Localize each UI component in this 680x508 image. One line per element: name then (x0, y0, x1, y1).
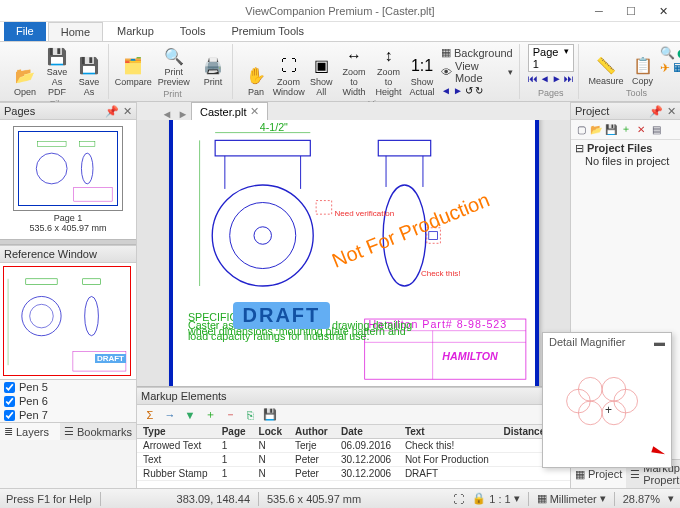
me-copy-button[interactable]: ⎘ (241, 406, 259, 424)
status-unit[interactable]: Millimeter (550, 493, 597, 505)
rotate-left-button[interactable]: ↺ (465, 85, 473, 96)
me-remove-button[interactable]: － (221, 406, 239, 424)
copy-icon: 📋 (632, 54, 654, 76)
close-icon[interactable]: ✕ (123, 105, 132, 118)
magnifier-close-icon[interactable]: ▬ (654, 336, 665, 348)
find-button[interactable]: 🔍 (660, 46, 675, 60)
status-scale[interactable]: 1 : 1 (489, 493, 510, 505)
me-sum-button[interactable]: Σ (141, 406, 159, 424)
send-button[interactable]: ✈ (660, 61, 670, 75)
print-button[interactable]: 🖨️Print (198, 44, 228, 89)
page-selector[interactable]: Page 1▾ (528, 44, 574, 72)
close-button[interactable]: ✕ (650, 2, 676, 20)
col-type[interactable]: Type (137, 425, 216, 439)
calc-button[interactable]: 🖩 (672, 61, 680, 75)
show-actual-button[interactable]: 1:1Show Actual (407, 44, 437, 99)
close-tab-icon[interactable]: ✕ (250, 105, 259, 118)
drawing-viewport[interactable]: 4-1/2" Hamilton Part# 8-9 (137, 120, 570, 386)
svg-point-3 (81, 153, 93, 184)
detail-magnifier-window[interactable]: Detail Magnifier ▬ + (542, 332, 672, 468)
pen-row[interactable]: Pen 5 (0, 380, 136, 394)
status-zoom[interactable]: 28.87% (623, 493, 660, 505)
bookmarks-tab[interactable]: ☰Bookmarks (60, 423, 136, 440)
col-page[interactable]: Page (216, 425, 253, 439)
view-mode-dropdown[interactable]: 👁View Mode ▾ (441, 60, 513, 84)
next-view-button[interactable]: ► (453, 85, 463, 96)
pin-icon[interactable]: 📌 (649, 105, 663, 118)
color-button[interactable]: ◐ (677, 46, 680, 60)
project-tree-root[interactable]: ⊟Project Files (575, 142, 676, 155)
hand-icon: ✋ (245, 65, 267, 87)
compare-button[interactable]: 🗂️Compare (117, 44, 149, 89)
col-author[interactable]: Author (289, 425, 335, 439)
prev-page-button[interactable]: ◄ (540, 73, 550, 84)
next-page-button[interactable]: ► (552, 73, 562, 84)
page-thumbnail[interactable] (13, 126, 123, 211)
pen-row[interactable]: Pen 6 (0, 394, 136, 408)
tree-expand-icon[interactable]: ⊟ (575, 142, 584, 155)
proj-open-button[interactable]: 📂 (589, 122, 603, 136)
tab-markup[interactable]: Markup (105, 22, 166, 41)
markup-elements-header: Markup Elements (137, 387, 570, 405)
proj-save-button[interactable]: 💾 (604, 122, 618, 136)
pen-7-checkbox[interactable] (4, 410, 15, 421)
me-save-button[interactable]: 💾 (261, 406, 279, 424)
measure-button[interactable]: 📏Measure (587, 44, 626, 88)
pan-button[interactable]: ✋Pan (241, 44, 271, 99)
props-icon: ☰ (630, 468, 640, 481)
status-fit-button[interactable]: ⛶ (453, 493, 464, 505)
zoom-to-width-button[interactable]: ↔Zoom to Width (338, 44, 370, 99)
save-as-pdf-button[interactable]: 💾Save As PDF (42, 44, 72, 99)
tab-premium-tools[interactable]: Premium Tools (219, 22, 316, 41)
reference-window-viewport[interactable]: DRAFT (3, 266, 131, 376)
proj-delete-button[interactable]: ✕ (634, 122, 648, 136)
pen-5-checkbox[interactable] (4, 382, 15, 393)
svg-point-9 (85, 296, 99, 335)
status-help: Press F1 for Help (6, 493, 92, 505)
table-row[interactable]: Text1NPeter30.12.2006Not For Production (137, 453, 570, 467)
proj-add-button[interactable]: ＋ (619, 122, 633, 136)
print-preview-button[interactable]: 🔍Print Preview (151, 44, 196, 89)
scroll-tabs-left[interactable]: ◄ (159, 108, 175, 120)
close-icon[interactable]: ✕ (667, 105, 676, 118)
status-lock-icon[interactable]: 🔒 (472, 492, 486, 505)
scroll-tabs-right[interactable]: ► (175, 108, 191, 120)
tab-file[interactable]: File (4, 22, 46, 41)
prev-view-button[interactable]: ◄ (441, 85, 451, 96)
maximize-button[interactable]: ☐ (618, 2, 644, 20)
minimize-button[interactable]: ─ (586, 2, 612, 20)
table-row[interactable]: Rubber Stamp1NPeter30.12.2006DRAFT (137, 467, 570, 481)
col-date[interactable]: Date (335, 425, 399, 439)
tab-tools[interactable]: Tools (168, 22, 218, 41)
svg-text:load capacity ratings for indu: load capacity ratings for industrial use… (187, 330, 369, 342)
svg-point-1 (36, 153, 67, 184)
svg-point-39 (602, 377, 626, 401)
proj-props-button[interactable]: ▤ (649, 122, 663, 136)
status-grid-icon[interactable]: ▦ (537, 492, 547, 505)
proj-new-button[interactable]: ▢ (574, 122, 588, 136)
zoom-to-height-button[interactable]: ↕Zoom to Height (372, 44, 405, 99)
pen-row[interactable]: Pen 7 (0, 408, 136, 422)
document-tab[interactable]: Caster.plt ✕ (191, 102, 268, 120)
rotate-right-button[interactable]: ↻ (475, 85, 483, 96)
me-arrow-button[interactable]: → (161, 406, 179, 424)
pen-6-checkbox[interactable] (4, 396, 15, 407)
layers-tab[interactable]: ≣Layers (0, 423, 60, 440)
col-lock[interactable]: Lock (253, 425, 289, 439)
status-dims: 535.6 x 405.97 mm (267, 493, 361, 505)
tab-home[interactable]: Home (48, 22, 103, 41)
save-as-button[interactable]: 💾Save As (74, 44, 104, 99)
background-toggle[interactable]: ▦Background (441, 46, 513, 59)
zoom-window-button[interactable]: ⛶Zoom Window (273, 44, 304, 99)
show-all-button[interactable]: ▣Show All (306, 44, 336, 99)
me-filter-button[interactable]: ▼ (181, 406, 199, 424)
open-button[interactable]: 📂Open (10, 44, 40, 99)
col-text[interactable]: Text (399, 425, 498, 439)
table-row[interactable]: Arrowed Text1NTerje06.09.2016Check this! (137, 439, 570, 453)
status-zoom-dropdown[interactable]: ▾ (668, 492, 674, 505)
copy-button[interactable]: 📋Copy (628, 44, 658, 88)
me-add-button[interactable]: ＋ (201, 406, 219, 424)
first-page-button[interactable]: ⏮ (528, 73, 538, 84)
last-page-button[interactable]: ⏭ (564, 73, 574, 84)
pin-icon[interactable]: 📌 (105, 105, 119, 118)
